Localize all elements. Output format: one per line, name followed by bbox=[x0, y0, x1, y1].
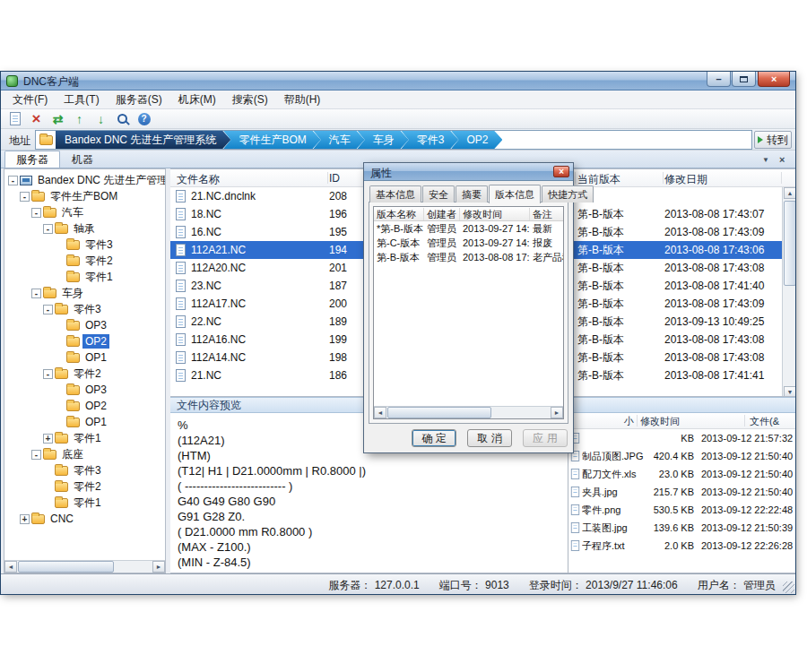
panel-menu-button[interactable] bbox=[759, 154, 772, 166]
column-header-note[interactable]: 备注 bbox=[530, 208, 564, 220]
attachment-row[interactable]: 制品顶图.JPG420.4 KB2013-09-12 21:50:40 bbox=[568, 447, 795, 465]
dialog-tab-1[interactable]: 安全 bbox=[422, 185, 455, 202]
column-header-mtime[interactable]: 修改时间 bbox=[640, 415, 680, 428]
tree-item[interactable]: 零件1 bbox=[4, 269, 165, 285]
tab-machine[interactable]: 机器 bbox=[60, 151, 105, 168]
move-up-button[interactable] bbox=[70, 110, 89, 128]
tree-item[interactable]: -零件2 bbox=[4, 366, 165, 382]
version-row[interactable]: 第-C-版本管理员2013-09-27 14:报废 bbox=[374, 236, 563, 250]
tree-item[interactable]: -轴承 bbox=[4, 220, 165, 237]
cancel-button[interactable]: 取 消 bbox=[467, 429, 512, 447]
column-header-id[interactable]: ID bbox=[329, 172, 340, 185]
address-field[interactable]: Bandex DNC 先进生产管理系统零件生产BOM汽车车身零件3OP2 bbox=[35, 130, 752, 150]
expander-icon[interactable]: - bbox=[31, 208, 41, 218]
tree-item[interactable]: OP1 bbox=[4, 414, 165, 430]
tree-horizontal-scrollbar[interactable] bbox=[4, 560, 165, 573]
scrollbar-thumb[interactable] bbox=[784, 201, 795, 286]
menu-item-4[interactable]: 搜索(S) bbox=[224, 90, 276, 108]
version-row[interactable]: *第-B-版本管理员2013-09-27 14:最新 bbox=[374, 221, 563, 236]
menu-item-3[interactable]: 机床(M) bbox=[170, 90, 224, 108]
tree-item[interactable]: -汽车 bbox=[4, 204, 165, 220]
scroll-left-button[interactable] bbox=[374, 407, 386, 418]
maximize-button[interactable] bbox=[732, 72, 756, 87]
dialog-tab-2[interactable]: 摘要 bbox=[456, 185, 488, 202]
expander-icon[interactable]: + bbox=[20, 514, 30, 524]
resize-grip[interactable] bbox=[783, 582, 794, 593]
attachment-row[interactable]: 工装图.jpg139.6 KB2013-09-12 21:50:39 bbox=[568, 519, 795, 537]
column-header-name[interactable]: 文件名称 bbox=[177, 172, 220, 187]
breadcrumb-segment[interactable]: Bandex DNC 先进生产管理系统 bbox=[56, 130, 230, 150]
close-button[interactable] bbox=[758, 72, 790, 87]
menu-item-1[interactable]: 工具(T) bbox=[56, 90, 107, 108]
scroll-left-button[interactable] bbox=[4, 561, 17, 573]
column-header-file[interactable]: 文件(& bbox=[750, 415, 779, 428]
attachment-row[interactable]: 配刀文件.xls23.0 KB2013-09-12 21:50:40 bbox=[568, 465, 795, 483]
expander-icon[interactable]: + bbox=[43, 434, 53, 444]
panel-close-button[interactable] bbox=[776, 154, 788, 166]
column-header-time[interactable]: 修改时间 bbox=[460, 208, 530, 220]
tree-item[interactable]: -底座 bbox=[4, 446, 165, 462]
breadcrumb-segment[interactable]: 零件生产BOM bbox=[222, 130, 320, 150]
ok-button[interactable]: 确 定 bbox=[412, 429, 456, 447]
expander-icon[interactable]: - bbox=[20, 192, 30, 202]
help-button[interactable] bbox=[134, 110, 153, 128]
dialog-close-button[interactable] bbox=[553, 166, 569, 177]
attachment-row[interactable]: 零件.png530.5 KB2013-09-12 22:22:48 bbox=[568, 501, 795, 519]
column-header-version-name[interactable]: 版本名称 bbox=[374, 208, 424, 220]
tree-item[interactable]: 零件3 bbox=[4, 237, 165, 253]
tree-item[interactable]: +零件1 bbox=[4, 430, 165, 446]
menu-item-0[interactable]: 文件(F) bbox=[4, 90, 56, 108]
tree-item[interactable]: OP2 bbox=[4, 333, 165, 349]
tab-server[interactable]: 服务器 bbox=[4, 151, 60, 168]
column-header-modified[interactable]: 修改日期 bbox=[664, 172, 707, 187]
tree-item[interactable]: -车身 bbox=[4, 285, 165, 301]
delete-button[interactable] bbox=[27, 110, 46, 128]
column-header-size[interactable]: 小 bbox=[624, 415, 634, 428]
expander-icon[interactable]: - bbox=[31, 450, 41, 460]
search-button[interactable] bbox=[113, 110, 132, 128]
tree-item[interactable]: -零件3 bbox=[4, 301, 165, 317]
expander-icon[interactable]: - bbox=[8, 176, 18, 185]
title-bar[interactable]: DNC客户端 bbox=[1, 72, 795, 90]
tree-item[interactable]: -Bandex DNC 先进生产管理系统 bbox=[4, 172, 165, 188]
scroll-right-button[interactable] bbox=[152, 561, 165, 573]
scrollbar-thumb[interactable] bbox=[387, 407, 491, 418]
version-row[interactable]: 第-B-版本管理员2013-08-08 17:老产品程序 bbox=[374, 250, 563, 264]
dialog-horizontal-scrollbar[interactable] bbox=[374, 406, 563, 418]
dialog-title-bar[interactable]: 属性 bbox=[364, 163, 573, 181]
tree-item[interactable]: OP1 bbox=[4, 349, 165, 366]
expander-icon[interactable]: - bbox=[31, 289, 41, 298]
breadcrumb-segment[interactable]: 零件3 bbox=[401, 130, 459, 150]
tree-item[interactable]: -零件生产BOM bbox=[4, 188, 165, 204]
tree-item[interactable]: 零件3 bbox=[4, 462, 165, 478]
expander-icon[interactable]: - bbox=[43, 224, 53, 234]
attachment-row[interactable]: 子程序.txt2.0 KB2013-09-12 22:26:28 bbox=[568, 537, 795, 555]
transfer-button[interactable] bbox=[48, 110, 67, 128]
attachment-row[interactable]: 夹具.jpg215.7 KB2013-09-12 21:50:40 bbox=[568, 483, 795, 501]
scrollbar-thumb[interactable] bbox=[18, 561, 114, 573]
expander-icon[interactable]: - bbox=[43, 369, 53, 379]
go-button[interactable]: 转到 bbox=[754, 131, 792, 149]
scroll-up-button[interactable] bbox=[784, 187, 795, 199]
scroll-down-button[interactable] bbox=[784, 386, 795, 397]
file-list-vertical-scrollbar[interactable] bbox=[782, 187, 795, 397]
new-file-button[interactable] bbox=[5, 110, 24, 128]
tree-item[interactable]: 零件2 bbox=[4, 478, 165, 495]
tree-item[interactable]: OP3 bbox=[4, 317, 165, 333]
minimize-button[interactable] bbox=[707, 72, 731, 87]
dialog-tab-4[interactable]: 快捷方式 bbox=[542, 185, 594, 202]
dialog-tab-0[interactable]: 基本信息 bbox=[369, 185, 421, 202]
scroll-right-button[interactable] bbox=[551, 407, 563, 418]
column-header-creator[interactable]: 创建者 bbox=[424, 208, 460, 220]
expander-icon[interactable]: - bbox=[43, 305, 53, 314]
attachment-row[interactable]: KB2013-09-12 21:57:32 bbox=[568, 429, 795, 447]
tree-item[interactable]: +CNC bbox=[4, 511, 165, 527]
move-down-button[interactable] bbox=[91, 110, 110, 128]
tree-item[interactable]: 零件1 bbox=[4, 495, 165, 511]
tree-item[interactable]: OP3 bbox=[4, 382, 165, 398]
tree-item[interactable]: 零件2 bbox=[4, 253, 165, 269]
dialog-tab-3[interactable]: 版本信息 bbox=[489, 185, 541, 203]
menu-item-2[interactable]: 服务器(S) bbox=[108, 90, 170, 108]
tree-item[interactable]: OP2 bbox=[4, 398, 165, 414]
menu-item-5[interactable]: 帮助(H) bbox=[276, 90, 329, 108]
